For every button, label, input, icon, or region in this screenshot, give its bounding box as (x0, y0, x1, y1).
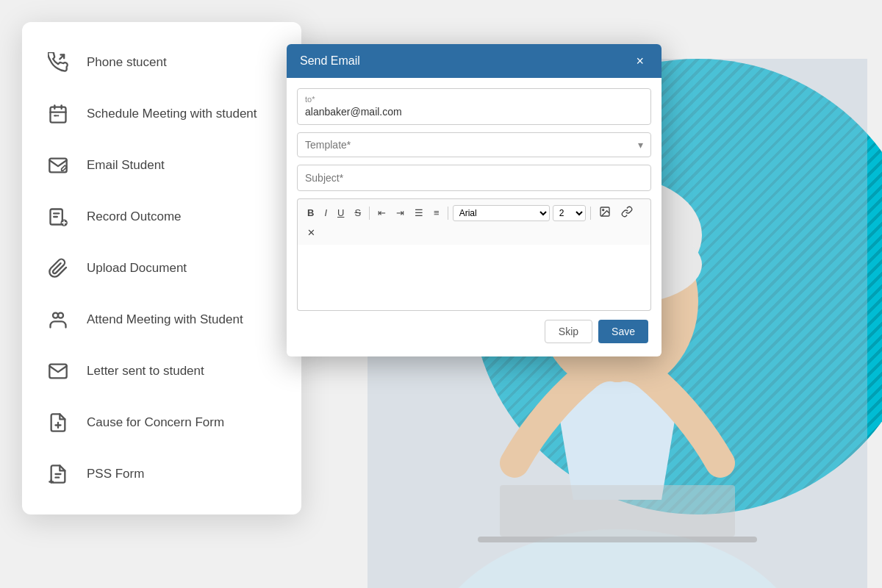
template-field-container[interactable]: ▾ (297, 132, 651, 157)
toolbar-separator-3 (590, 207, 591, 220)
save-button[interactable]: Save (598, 320, 648, 343)
record-outcome-icon (43, 201, 74, 232)
bold-button[interactable]: B (304, 205, 318, 220)
template-input[interactable] (305, 139, 638, 151)
menu-label-concern-form: Cause for Concern Form (87, 415, 224, 430)
svg-rect-14 (500, 485, 735, 537)
remove-format-button[interactable]: ✕ (304, 225, 319, 240)
dialog-close-button[interactable]: × (631, 53, 648, 69)
action-menu-card: Phone stucent Schedule Meeting with stud… (22, 22, 301, 514)
menu-label-record-outcome: Record Outcome (87, 209, 182, 224)
underline-button[interactable]: U (334, 205, 348, 220)
to-label: to* (305, 95, 643, 104)
doc-plus2-icon (43, 459, 74, 490)
paperclip-icon (43, 253, 74, 284)
group-icon (43, 304, 74, 335)
menu-item-phone-student[interactable]: Phone stucent (22, 37, 301, 88)
toolbar-separator-2 (448, 207, 448, 220)
toolbar-separator-1 (369, 207, 370, 220)
insert-link-button[interactable] (617, 204, 637, 222)
strikethrough-button[interactable]: S (351, 205, 365, 220)
menu-label-letter-sent: Letter sent to student (87, 364, 204, 379)
menu-item-letter-sent[interactable]: Letter sent to student (22, 345, 301, 397)
menu-item-email-student[interactable]: Email Student (22, 140, 301, 191)
email-edit-icon (43, 150, 74, 181)
envelope-icon (43, 356, 74, 387)
calendar-icon (43, 98, 74, 129)
menu-label-upload-document: Upload Document (87, 261, 187, 276)
send-email-dialog: Send Email × to* ▾ B I U S ⇤ ⇥ ☰ ≡ (287, 44, 662, 356)
indent-right-button[interactable]: ⇥ (392, 205, 408, 220)
menu-item-pss-form[interactable]: PSS Form (22, 448, 301, 500)
menu-item-upload-document[interactable]: Upload Document (22, 243, 301, 294)
list-bullet-button[interactable]: ☰ (411, 205, 427, 220)
font-size-select[interactable]: 2345 (553, 205, 586, 221)
subject-input[interactable] (305, 172, 643, 184)
menu-item-schedule-meeting[interactable]: Schedule Meeting with student (22, 88, 301, 140)
menu-label-phone-student: Phone stucent (87, 55, 167, 70)
to-input[interactable] (305, 106, 643, 118)
svg-point-29 (58, 313, 63, 318)
chevron-down-icon: ▾ (638, 139, 643, 151)
menu-item-attend-meeting[interactable]: Attend Meeting with Student (22, 294, 301, 345)
doc-plus-icon (43, 407, 74, 438)
editor-toolbar: B I U S ⇤ ⇥ ☰ ≡ Arial Times New Roman Ve… (297, 198, 651, 245)
indent-left-button[interactable]: ⇤ (374, 205, 390, 220)
menu-label-attend-meeting: Attend Meeting with Student (87, 312, 243, 327)
menu-label-email-student: Email Student (87, 158, 165, 173)
dialog-footer: Skip Save (297, 320, 651, 346)
font-family-select[interactable]: Arial Times New Roman Verdana (453, 205, 550, 221)
skip-button[interactable]: Skip (545, 320, 592, 343)
menu-item-concern-form[interactable]: Cause for Concern Form (22, 397, 301, 448)
menu-label-pss-form: PSS Form (87, 467, 144, 481)
italic-button[interactable]: I (320, 205, 331, 220)
svg-point-37 (602, 209, 603, 211)
dialog-header: Send Email × (287, 44, 662, 78)
subject-field-container (297, 165, 651, 191)
menu-label-schedule-meeting: Schedule Meeting with student (87, 107, 257, 121)
dialog-body: to* ▾ B I U S ⇤ ⇥ ☰ ≡ Arial Times New Ro (287, 78, 662, 356)
dialog-title: Send Email (300, 54, 360, 68)
svg-rect-13 (478, 537, 757, 542)
to-field-container: to* (297, 88, 651, 125)
email-body-editor[interactable] (297, 245, 651, 311)
insert-image-button[interactable] (595, 204, 614, 222)
menu-item-record-outcome[interactable]: Record Outcome (22, 191, 301, 243)
list-number-button[interactable]: ≡ (430, 205, 443, 220)
phone-icon (43, 47, 74, 78)
